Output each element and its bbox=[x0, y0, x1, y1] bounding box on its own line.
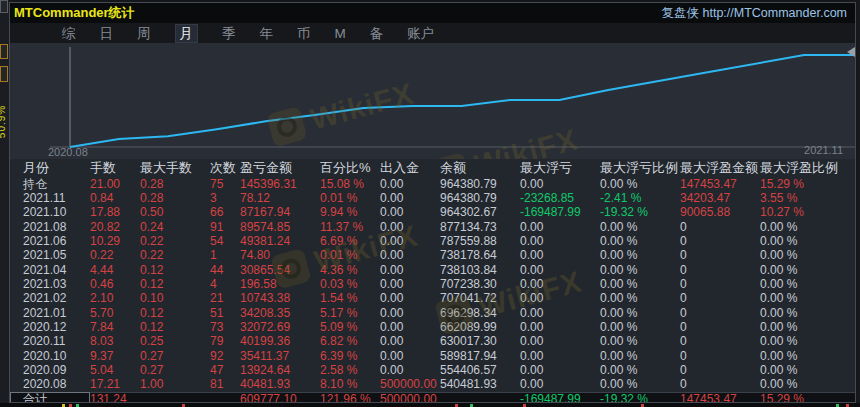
table-cell: 2021.03 bbox=[10, 277, 90, 291]
table-cell: 0.00 bbox=[380, 363, 440, 377]
table-cell: 0.46 bbox=[90, 277, 140, 291]
table-cell: 0.00 % bbox=[600, 220, 680, 234]
table-cell: 0.00 % bbox=[600, 378, 680, 392]
table-row[interactable]: 2021.1017.880.506687167.949.94 %0.009643… bbox=[10, 206, 855, 220]
window-title: MTCommander统计 bbox=[14, 4, 135, 22]
table-cell: 17.21 bbox=[90, 378, 140, 392]
table-cell: 0.00 bbox=[520, 234, 600, 248]
table-cell: 10.27 % bbox=[760, 206, 855, 220]
menu-item-m[interactable]: M bbox=[335, 25, 346, 42]
table-cell: 73 bbox=[210, 320, 240, 334]
table-cell: 147453.47 bbox=[680, 392, 760, 402]
menu-item-zhanghu[interactable]: 账户 bbox=[407, 25, 434, 42]
table-cell: 79 bbox=[210, 335, 240, 349]
table-cell: 131.24 bbox=[90, 392, 140, 402]
table-cell: -19.32 % bbox=[600, 392, 680, 402]
table-cell: 121.96 % bbox=[320, 392, 380, 402]
table-cell: 44 bbox=[210, 263, 240, 277]
table-row[interactable]: 持仓21.000.2875145396.3115.08 %0.00964380.… bbox=[10, 177, 855, 191]
table-cell: 3.55 % bbox=[760, 191, 855, 205]
table-cell: 0.00 bbox=[380, 335, 440, 349]
table-cell: 0.84 bbox=[90, 191, 140, 205]
menu-item-zong[interactable]: 综 bbox=[62, 25, 76, 42]
table-row[interactable]: 2021.050.220.22174.800.01 %0.00738178.64… bbox=[10, 249, 855, 263]
table-cell: 0.12 bbox=[140, 263, 210, 277]
table-cell: 0.00 % bbox=[600, 306, 680, 320]
table-row[interactable]: 2021.015.700.125134208.355.17 %0.0069629… bbox=[10, 306, 855, 320]
table-cell: -23268.85 bbox=[520, 191, 600, 205]
background-toolbar-button bbox=[0, 44, 8, 59]
table-cell: 7.84 bbox=[90, 320, 140, 334]
table-cell: 0.22 bbox=[140, 234, 210, 248]
menu-item-bei[interactable]: 备 bbox=[370, 25, 384, 42]
table-row[interactable]: 2021.110.840.28378.120.01 %0.00964380.79… bbox=[10, 191, 855, 205]
table-cell: 4 bbox=[210, 277, 240, 291]
collapse-arrow-icon[interactable] bbox=[847, 47, 855, 57]
table-cell: 500000.00 bbox=[380, 378, 440, 392]
table-row[interactable]: 2021.044.440.124430865.544.36 %0.0073810… bbox=[10, 263, 855, 277]
table-cell: 0 bbox=[680, 378, 760, 392]
table-cell: 0 bbox=[680, 292, 760, 306]
table-cell: 2.58 % bbox=[320, 363, 380, 377]
table-cell: 2021.11 bbox=[10, 191, 90, 205]
table-cell: 0.00 % bbox=[600, 363, 680, 377]
table-cell: 8.10 % bbox=[320, 378, 380, 392]
table-row[interactable]: 2020.118.030.257940199.366.82 %0.0063001… bbox=[10, 335, 855, 349]
table-cell: -19.32 % bbox=[600, 206, 680, 220]
menu-item-zhou[interactable]: 周 bbox=[137, 25, 151, 42]
table-cell: 0.03 % bbox=[320, 277, 380, 291]
table-cell: 0 bbox=[680, 277, 760, 291]
table-cell: 0.12 bbox=[140, 277, 210, 291]
table-row[interactable]: 2021.022.100.102110743.381.54 %0.0070704… bbox=[10, 292, 855, 306]
table-row[interactable]: 2020.0817.211.008140481.938.10 %500000.0… bbox=[10, 378, 855, 392]
table-cell: 2021.01 bbox=[10, 306, 90, 320]
table-cell: 6.39 % bbox=[320, 349, 380, 363]
table-header-row: 月份手数最大手数次数盈亏金额百分比%出入金余额最大浮亏最大浮亏比例最大浮盈金额最… bbox=[10, 159, 855, 177]
table-cell: 0.00 % bbox=[600, 335, 680, 349]
menu-item-nian[interactable]: 年 bbox=[260, 25, 274, 42]
table-cell: 609777.10 bbox=[240, 392, 320, 402]
table-cell: 0 bbox=[680, 263, 760, 277]
table-cell: 74.80 bbox=[240, 249, 320, 263]
table-cell: 1.00 bbox=[140, 378, 210, 392]
table-row[interactable]: 2021.030.460.124196.580.03 %0.00707238.3… bbox=[10, 277, 855, 291]
table-cell: 6.69 % bbox=[320, 234, 380, 248]
table-cell: 11.37 % bbox=[320, 220, 380, 234]
table-cell: 787559.88 bbox=[440, 234, 520, 248]
table-cell: 0.00 % bbox=[600, 263, 680, 277]
table-cell: 3 bbox=[210, 191, 240, 205]
table-cell: 630017.30 bbox=[440, 335, 520, 349]
table-cell: 2020.10 bbox=[10, 349, 90, 363]
table-row[interactable]: 2020.095.040.274713924.642.58 %0.0055440… bbox=[10, 363, 855, 377]
table-cell: 40481.93 bbox=[240, 378, 320, 392]
mtcommander-stats-window: MTCommander统计 复盘侠 http://MTCommander.com… bbox=[9, 2, 856, 403]
table-cell: 738103.84 bbox=[440, 263, 520, 277]
menu-item-ji[interactable]: 季 bbox=[222, 25, 236, 42]
table-cell: 0 bbox=[680, 249, 760, 263]
table-cell: 0.00 % bbox=[760, 306, 855, 320]
table-cell: 15.08 % bbox=[320, 177, 380, 191]
background-toolbar-button bbox=[0, 66, 8, 82]
table-cell: 0 bbox=[680, 306, 760, 320]
menu-item-ri[interactable]: 日 bbox=[100, 25, 114, 42]
table-cell: 0.00 % bbox=[600, 349, 680, 363]
brand-link[interactable]: 复盘侠 http://MTCommander.com bbox=[662, 5, 847, 22]
table-row[interactable]: 2021.0820.820.249189574.8511.37 %0.00877… bbox=[10, 220, 855, 234]
total-row[interactable]: 合计131.24609777.10121.96 %500000.00-16948… bbox=[10, 392, 855, 402]
table-cell: 0.00 % bbox=[600, 249, 680, 263]
table-cell: 540481.93 bbox=[440, 378, 520, 392]
table-cell: 9.94 % bbox=[320, 206, 380, 220]
column-header: 最大浮亏比例 bbox=[600, 159, 680, 177]
table-row[interactable]: 2021.0610.290.225449381.246.69 %0.007875… bbox=[10, 234, 855, 248]
table-cell: 34203.47 bbox=[680, 191, 760, 205]
table-cell: 78.12 bbox=[240, 191, 320, 205]
menu-item-bi[interactable]: 币 bbox=[297, 25, 311, 42]
table-cell: 0.00 bbox=[380, 349, 440, 363]
stats-table-area: 月份手数最大手数次数盈亏金额百分比%出入金余额最大浮亏最大浮亏比例最大浮盈金额最… bbox=[10, 159, 855, 402]
stats-table: 月份手数最大手数次数盈亏金额百分比%出入金余额最大浮亏最大浮亏比例最大浮盈金额最… bbox=[10, 159, 855, 402]
table-cell: 4.44 bbox=[90, 263, 140, 277]
menu-item-yue[interactable]: 月 bbox=[175, 24, 199, 43]
table-row[interactable]: 2020.127.840.127332072.695.09 %0.0066208… bbox=[10, 320, 855, 334]
table-row[interactable]: 2020.109.370.279235411.376.39 %0.0058981… bbox=[10, 349, 855, 363]
table-cell: 0.00 bbox=[520, 349, 600, 363]
